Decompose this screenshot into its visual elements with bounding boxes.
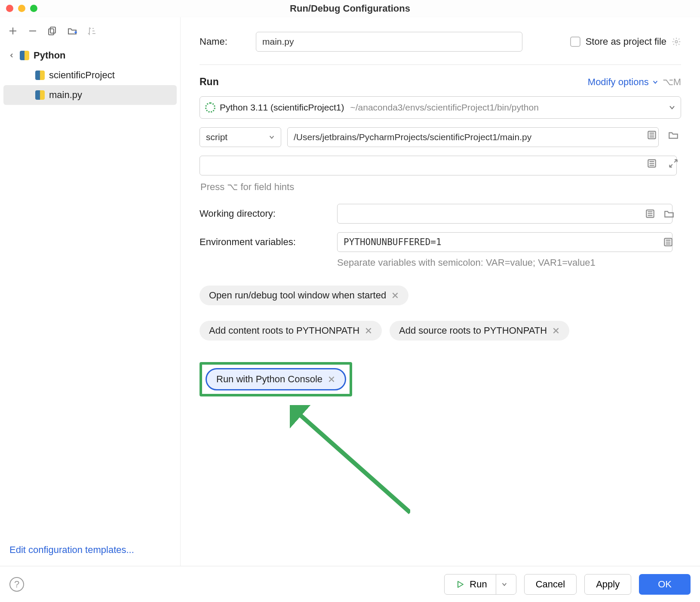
chip-label: Add content roots to PYTHONPATH <box>209 325 359 336</box>
chevron-down-icon <box>652 79 658 85</box>
python-logo-icon <box>20 51 29 60</box>
svg-point-2 <box>675 40 678 43</box>
svg-rect-0 <box>50 27 55 33</box>
chip-label: Add source roots to PYTHONPATH <box>399 325 547 336</box>
folder-add-config-icon[interactable] <box>66 25 78 37</box>
window-title: Run/Debug Configurations <box>290 3 410 14</box>
close-icon[interactable] <box>391 292 399 299</box>
config-name-input[interactable] <box>256 32 522 52</box>
zoom-traffic-light[interactable] <box>30 5 37 12</box>
chevron-down-icon <box>501 581 507 587</box>
run-section-title: Run <box>200 76 219 88</box>
python-logo-icon <box>35 90 45 100</box>
chip-label: Run with Python Console <box>216 374 322 385</box>
add-config-icon[interactable] <box>7 25 19 37</box>
script-path-input[interactable] <box>287 127 659 147</box>
expand-wd-field-icon[interactable] <box>642 206 658 221</box>
script-kind-value: script <box>206 132 227 142</box>
modify-options-shortcut: ⌥M <box>663 77 681 88</box>
close-icon[interactable] <box>552 327 560 335</box>
copy-config-icon[interactable] <box>46 25 58 37</box>
interpreter-name: Python 3.11 (scientificProject1) <box>220 102 344 113</box>
tree-item-scientificproject[interactable]: scientificProject <box>3 65 177 85</box>
tree-item-mainpy[interactable]: main.py <box>3 85 177 105</box>
chip-add-source-roots[interactable]: Add source roots to PYTHONPATH <box>390 321 569 341</box>
store-as-project-file-checkbox[interactable] <box>570 37 580 47</box>
sort-config-icon[interactable] <box>86 25 98 37</box>
chip-run-with-python-console[interactable]: Run with Python Console <box>206 368 346 390</box>
run-button[interactable]: Run <box>444 574 516 595</box>
cancel-button[interactable]: Cancel <box>524 574 577 595</box>
chip-open-tool-window[interactable]: Open run/debug tool window when started <box>200 286 408 305</box>
chevron-down-icon <box>8 52 15 59</box>
tree-item-label: main.py <box>49 89 82 101</box>
svg-line-7 <box>296 412 410 513</box>
working-directory-input[interactable] <box>337 204 672 224</box>
gear-icon[interactable] <box>672 37 681 46</box>
close-icon[interactable] <box>365 327 372 335</box>
svg-rect-1 <box>49 29 54 35</box>
help-button[interactable]: ? <box>9 577 24 592</box>
minimize-traffic-light[interactable] <box>18 5 25 12</box>
parameters-input[interactable] <box>200 156 677 175</box>
tree-root-label: Python <box>34 50 66 61</box>
remove-config-icon[interactable] <box>27 25 39 37</box>
name-label: Name: <box>200 36 249 47</box>
expand-script-field-icon[interactable] <box>644 127 660 143</box>
titlebar: Run/Debug Configurations <box>0 0 700 17</box>
annotation-arrow-icon <box>290 405 410 517</box>
tree-item-label: scientificProject <box>49 70 115 81</box>
chip-add-content-roots[interactable]: Add content roots to PYTHONPATH <box>200 321 382 341</box>
browse-wd-folder-icon[interactable] <box>661 206 677 221</box>
env-vars-hint: Separate variables with semicolon: VAR=v… <box>337 257 681 268</box>
close-traffic-light[interactable] <box>6 5 13 12</box>
chevron-down-icon <box>669 104 675 111</box>
store-as-project-file-label: Store as project file <box>586 36 666 47</box>
config-toolbar <box>0 22 180 44</box>
close-icon[interactable] <box>328 375 335 383</box>
expand-env-field-icon[interactable] <box>660 234 676 250</box>
chevron-down-icon <box>269 134 275 140</box>
script-kind-select[interactable]: script <box>200 127 281 147</box>
highlight-box: Run with Python Console <box>200 362 352 396</box>
interpreter-dropdown[interactable]: Python 3.11 (scientificProject1) ~/anaco… <box>200 96 681 119</box>
browse-script-folder-icon[interactable] <box>666 127 681 143</box>
ok-button[interactable]: OK <box>639 574 691 595</box>
expand-params-field-icon[interactable] <box>644 156 660 171</box>
edit-templates-link[interactable]: Edit configuration templates... <box>9 544 134 555</box>
env-vars-label: Environment variables: <box>200 236 329 248</box>
chip-label: Open run/debug tool window when started <box>209 290 386 301</box>
working-directory-label: Working directory: <box>200 208 329 219</box>
play-icon <box>456 580 464 589</box>
env-vars-input[interactable] <box>337 232 672 252</box>
modify-options-link[interactable]: Modify options <box>588 77 658 88</box>
field-hints-text: Press ⌥ for field hints <box>200 181 681 193</box>
divider <box>200 64 681 65</box>
run-button-split[interactable] <box>496 574 513 594</box>
apply-button[interactable]: Apply <box>584 574 631 595</box>
tree-root-python[interactable]: Python <box>3 46 177 65</box>
interpreter-path: ~/anaconda3/envs/scientificProject1/bin/… <box>350 102 664 113</box>
python-logo-icon <box>35 71 45 80</box>
run-button-label: Run <box>470 579 487 590</box>
loading-spinner-icon <box>205 102 215 113</box>
maximize-params-icon[interactable] <box>666 156 681 171</box>
